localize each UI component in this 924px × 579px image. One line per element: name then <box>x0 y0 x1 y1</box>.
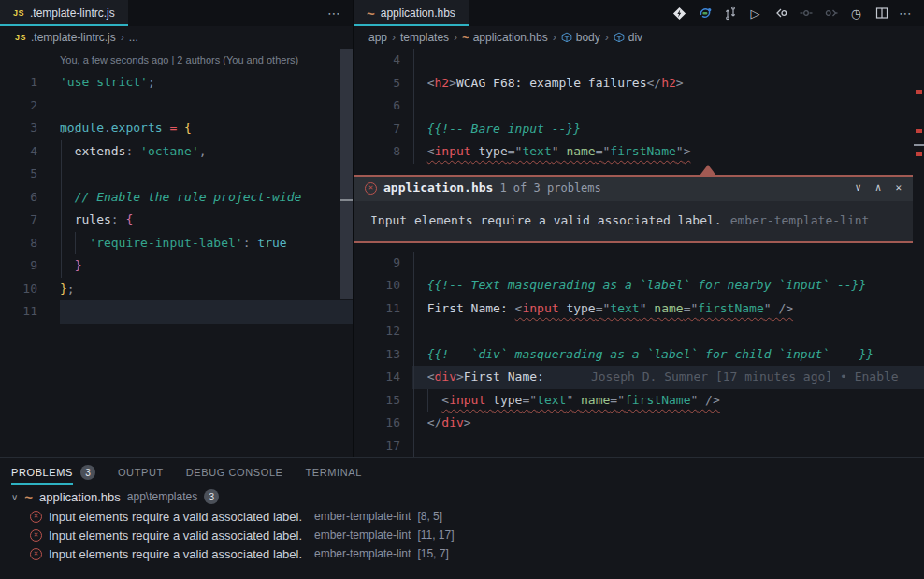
overview-ruler-cursor-mark <box>914 144 924 146</box>
code-line[interactable]: 5 <box>0 163 353 186</box>
panel-tab-terminal[interactable]: TERMINAL <box>306 458 362 486</box>
code-line[interactable]: 8 'require-input-label': true <box>0 232 353 255</box>
problem-source: ember-template-lint <box>314 528 411 542</box>
problem-row[interactable]: ✕Input elements require a valid associat… <box>0 544 924 563</box>
problems-peek-view: ✕ application.hbs 1 of 3 problems ∨ ∧ ✕ … <box>354 175 913 243</box>
ember-lightning-icon[interactable] <box>671 6 687 22</box>
codelens-annotation[interactable]: You, a few seconds ago | 2 authors (You … <box>0 49 353 71</box>
breadcrumb-file[interactable]: .template-lintrc.js <box>31 31 116 44</box>
split-editor-icon[interactable] <box>873 6 889 22</box>
code-line[interactable]: 13 {{!-- `div` masquerading as a `label`… <box>354 343 924 367</box>
breadcrumb-item-templates[interactable]: templates <box>400 31 449 44</box>
panel-tab-debug-console[interactable]: DEBUG CONSOLE <box>186 458 283 486</box>
problem-position: [15, 7] <box>417 547 448 560</box>
code-line[interactable]: 4 <box>354 49 924 72</box>
breadcrumb-item-app[interactable]: app <box>368 31 387 44</box>
code-line[interactable]: 2 <box>0 94 353 118</box>
code-line[interactable]: 12 <box>354 320 924 343</box>
code-line[interactable]: 15 <input type="text" name="firstName" /… <box>354 389 924 413</box>
error-icon: ✕ <box>30 529 42 542</box>
tab-template-lintrc[interactable]: JS .template-lintrc.js <box>0 0 128 26</box>
gitlens-compare-icon[interactable] <box>697 6 713 22</box>
line-number: 17 <box>354 435 400 458</box>
peek-problem-row[interactable]: Input elements require a valid associate… <box>354 201 913 241</box>
indent-guide <box>61 140 62 278</box>
tab-application-hbs[interactable]: ~ application.hbs <box>354 0 469 26</box>
code-line[interactable]: 16 </div> <box>354 412 924 435</box>
peek-controls: ∨ ∧ ✕ <box>855 177 902 200</box>
problem-message: Input elements require a valid associate… <box>370 210 722 233</box>
code-line[interactable]: 14 <div>First Name:Joseph D. Sumner [17 … <box>354 366 924 389</box>
code-line[interactable]: 9 <box>354 252 924 275</box>
panel-tab-label: OUTPUT <box>118 460 164 485</box>
fold-hint[interactable]: ··· <box>60 129 79 137</box>
overview-ruler-error-mark <box>916 152 922 156</box>
chevron-down-icon[interactable]: ∨ <box>855 177 861 200</box>
run-icon[interactable]: ▷ <box>747 6 763 22</box>
code-line-content: First Name: <input type="text" name="fir… <box>400 297 793 321</box>
line-number: 10 <box>0 278 37 301</box>
previous-diff-disabled-icon[interactable] <box>798 6 814 22</box>
more-actions-icon[interactable]: ⋯ <box>899 6 913 21</box>
close-icon[interactable]: ✕ <box>895 177 902 200</box>
timeline-icon[interactable]: ◷ <box>848 6 864 22</box>
tab-bar-right: ~ application.hbs ▷ <box>354 0 924 26</box>
javascript-icon: JS <box>13 8 24 18</box>
problems-count-badge: 3 <box>80 465 95 480</box>
breadcrumb-item-application-hbs[interactable]: ~application.hbs <box>462 31 548 44</box>
line-number: 14 <box>354 366 400 389</box>
peek-anchor <box>354 164 924 175</box>
code-line[interactable]: 8 <input type="text" name="firstName"> <box>354 140 924 164</box>
error-icon: ✕ <box>30 548 42 560</box>
code-line[interactable]: 11 <box>0 300 353 324</box>
line-number: 5 <box>0 163 37 186</box>
code-line-content: {{!-- Bare input --}} <box>400 118 581 141</box>
line-number: 13 <box>354 343 400 367</box>
code-line[interactable]: 1'use strict'; <box>0 71 353 94</box>
line-number: 8 <box>354 140 400 164</box>
code-line[interactable]: 7 rules: { <box>0 209 353 232</box>
code-line[interactable]: 6 <box>354 94 924 118</box>
previous-change-icon[interactable] <box>772 6 788 22</box>
chevron-right-icon: › <box>392 31 396 44</box>
code-line[interactable]: 5 <h2>WCAG F68: example failures</h2> <box>354 72 924 95</box>
code-line[interactable]: 3module.exports = { <box>0 117 353 140</box>
tab-title: application.hbs <box>381 7 455 20</box>
code-line[interactable]: 17 <box>354 435 924 458</box>
problem-position: [11, 17] <box>417 528 454 542</box>
code-line[interactable]: 7 {{!-- Bare input --}} <box>354 118 924 141</box>
scrollbar[interactable] <box>340 49 353 299</box>
code-line[interactable]: 6 // Enable the rule project-wide <box>0 186 353 210</box>
line-number: 10 <box>354 274 400 297</box>
vscode-window: JS .template-lintrc.js ⋯ JS .template-li… <box>0 0 924 579</box>
code-line[interactable]: 10}; <box>0 278 353 301</box>
panel-tab-output[interactable]: OUTPUT <box>118 458 164 486</box>
problem-message: Input elements require a valid associate… <box>49 510 302 524</box>
breadcrumb-item-div[interactable]: div <box>614 31 642 44</box>
breadcrumb-item-body[interactable]: body <box>561 31 600 44</box>
problem-position: [8, 5] <box>417 510 442 523</box>
line-number: 2 <box>0 94 37 118</box>
code-editor-left[interactable]: You, a few seconds ago | 2 authors (You … <box>0 49 353 457</box>
git-sync-icon[interactable] <box>722 6 738 22</box>
code-line[interactable]: 11 First Name: <input type="text" name="… <box>354 297 924 321</box>
problems-file-row[interactable]: ∨ ~ application.hbs app\templates 3 <box>0 486 924 507</box>
code-line[interactable]: 4 extends: 'octane', <box>0 140 353 164</box>
handlebars-icon: ~ <box>367 7 375 21</box>
indent-guide <box>427 389 428 413</box>
code-editor-right[interactable]: 45 <h2>WCAG F68: example failures</h2>67… <box>354 49 924 457</box>
code-line-content <box>37 94 60 118</box>
next-diff-disabled-icon[interactable] <box>823 6 839 22</box>
chevron-up-icon[interactable]: ∧ <box>875 177 882 200</box>
code-line[interactable]: 9 } <box>0 254 353 278</box>
line-number: 11 <box>0 300 37 324</box>
panel-tab-problems[interactable]: PROBLEMS3 <box>11 458 95 486</box>
chevron-down-icon[interactable]: ∨ <box>11 492 18 502</box>
code-line-content <box>400 49 412 72</box>
more-actions-icon[interactable]: ⋯ <box>327 6 341 21</box>
problem-row[interactable]: ✕Input elements require a valid associat… <box>0 507 924 526</box>
breadcrumb-symbol[interactable]: ... <box>129 31 138 44</box>
problem-row[interactable]: ✕Input elements require a valid associat… <box>0 526 924 544</box>
code-line-content: <h2>WCAG F68: example failures</h2> <box>400 72 684 95</box>
code-line[interactable]: 10 {{!-- Text masquerading as a `label` … <box>354 274 924 297</box>
